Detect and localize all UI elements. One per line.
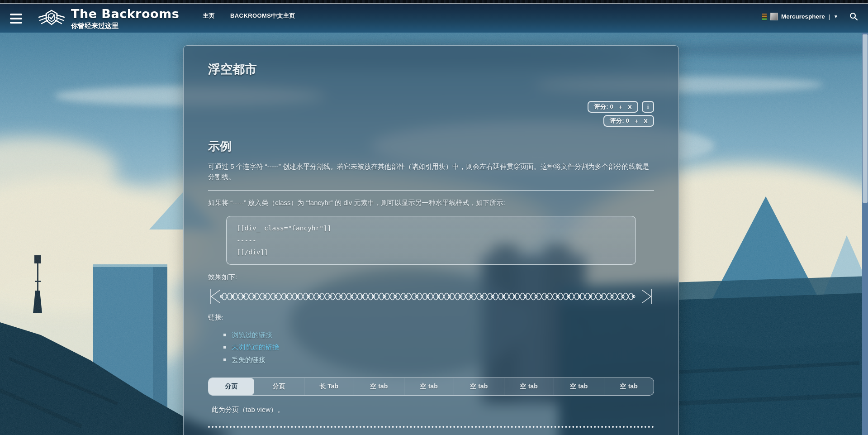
code-line: ----- <box>237 234 626 247</box>
rate-up-button[interactable]: + <box>619 104 622 110</box>
square-bullet-icon <box>223 359 226 361</box>
backrooms-logo-icon[interactable] <box>38 8 66 29</box>
scrollbar[interactable] <box>862 33 868 435</box>
tab-4[interactable]: 空 tab <box>404 378 454 395</box>
rating-info-button[interactable]: i <box>642 101 654 113</box>
avatar[interactable] <box>770 13 778 20</box>
chevron-down-icon[interactable]: ▼ <box>834 14 838 19</box>
tab-5[interactable]: 空 tab <box>454 378 504 395</box>
nav-item-home[interactable]: 主页 <box>203 12 215 20</box>
square-bullet-icon <box>223 346 226 349</box>
rating-score: 评分: 0 <box>594 103 613 111</box>
links-list: 浏览过的链接未浏览过的链接丢失的链接 <box>208 330 654 365</box>
tab-3[interactable]: 空 tab <box>354 378 404 395</box>
paragraph-fancyhr-intro: 如果将 “-----” 放入类（class）为 “fancyhr” 的 div … <box>208 197 654 208</box>
paragraph-divider-intro: 可通过 5 个连字符 “-----” 创建水平分割线。若它未被放在其他部件（诸如… <box>208 161 654 182</box>
account-separator: | <box>829 13 830 20</box>
fancy-hr-ornament <box>208 288 654 305</box>
list-item: 浏览过的链接 <box>223 330 654 340</box>
site-title[interactable]: The Backrooms <box>71 7 179 21</box>
search-icon[interactable] <box>849 12 858 21</box>
karma-bar-icon <box>762 13 767 20</box>
code-block: [[div_ class="fancyhr"]]-----[[/div]] <box>226 216 636 265</box>
page-content-panel: 浮空都市 评分: 0+Xi评分: 0+X 示例 可通过 5 个连字符 “----… <box>183 45 679 435</box>
karma-level-bar <box>762 18 767 19</box>
effect-label: 效果如下: <box>208 272 654 282</box>
tab-content: 此为分页（tab view）。 <box>208 406 654 414</box>
site-subtitle: 你曾经来过这里 <box>71 22 179 29</box>
square-bullet-icon <box>223 334 226 336</box>
list-item: 丢失的链接 <box>223 355 654 365</box>
karma-level-bar <box>762 16 767 17</box>
site-title-block[interactable]: The Backrooms 你曾经来过这里 <box>71 7 179 29</box>
menu-icon[interactable] <box>10 14 22 24</box>
rating-pill: 评分: 0+X <box>588 101 638 113</box>
list-item: 未浏览过的链接 <box>223 342 654 353</box>
browser-viewport: The Backrooms 你曾经来过这里 主页 BACKROOMS中文主页 M… <box>0 0 868 435</box>
tab-6[interactable]: 空 tab <box>504 378 554 395</box>
tab-1[interactable]: 分页 <box>254 378 304 395</box>
scrollbar-thumb[interactable] <box>863 34 868 203</box>
karma-level-bar <box>762 13 767 14</box>
missing-link[interactable]: 丢失的链接 <box>232 355 266 365</box>
tab-bar: 分页分页长 Tab空 tab空 tab空 tab空 tab空 tab空 tab <box>208 378 654 396</box>
rating-widgets: 评分: 0+Xi评分: 0+X <box>208 101 654 127</box>
horizontal-rule <box>208 190 654 191</box>
rating-pill: 评分: 0+X <box>603 115 654 127</box>
username[interactable]: Mercuresphere <box>781 13 825 20</box>
tab-8[interactable]: 空 tab <box>604 378 654 395</box>
rate-cancel-button[interactable]: X <box>644 118 648 124</box>
dotted-divider <box>208 426 654 428</box>
code-line: [[div_ class="fancyhr"]] <box>237 222 626 234</box>
visited-link[interactable]: 浏览过的链接 <box>232 330 272 340</box>
top-navigation: 主页 BACKROOMS中文主页 <box>203 12 295 20</box>
section-heading-example: 示例 <box>208 139 654 154</box>
site-header: The Backrooms 你曾经来过这里 主页 BACKROOMS中文主页 M… <box>0 4 868 33</box>
rating-widget: 评分: 0+X <box>603 115 654 127</box>
tab-7[interactable]: 空 tab <box>554 378 604 395</box>
karma-level-bar <box>762 14 767 15</box>
rate-up-button[interactable]: + <box>635 118 638 124</box>
tab-0-active[interactable]: 分页 <box>209 378 254 395</box>
links-label: 链接: <box>208 312 654 322</box>
rating-score: 评分: 0 <box>610 117 629 125</box>
tab-2[interactable]: 长 Tab <box>304 378 354 395</box>
unvisited-link[interactable]: 未浏览过的链接 <box>232 342 279 353</box>
karma-level-bar <box>762 19 767 20</box>
rate-cancel-button[interactable]: X <box>628 104 632 110</box>
nav-item-backrooms-cn-home[interactable]: BACKROOMS中文主页 <box>230 12 295 20</box>
account-area: Mercuresphere | ▼ <box>762 12 858 21</box>
rating-widget: 评分: 0+Xi <box>588 101 654 113</box>
top-decor-strip <box>0 0 868 4</box>
page-title: 浮空都市 <box>208 61 654 77</box>
code-line: [[/div]] <box>237 246 626 258</box>
